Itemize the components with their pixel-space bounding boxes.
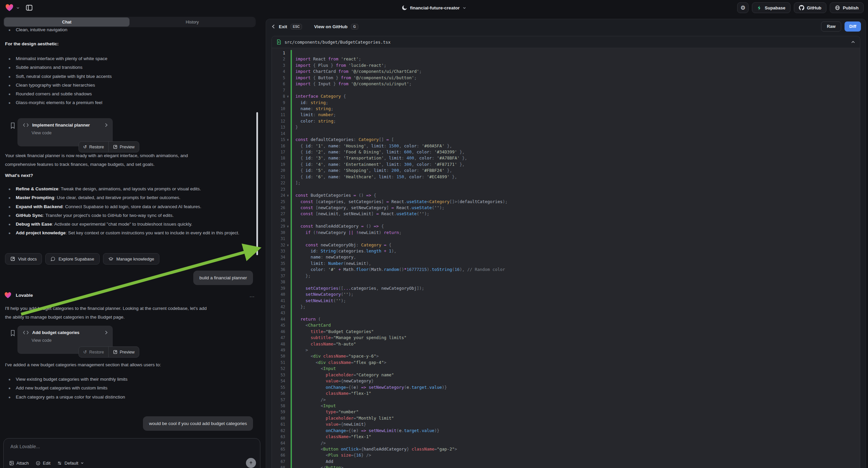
code-line: 35 limit: Number(newLimit), bbox=[272, 261, 860, 267]
edit-mode-button[interactable]: Edit bbox=[36, 461, 50, 466]
code-line: 37 }; bbox=[272, 273, 860, 279]
explore-supabase-button[interactable]: Explore Supabase bbox=[45, 253, 99, 265]
quick-actions: Visit docs Explore Supabase Manage knowl… bbox=[5, 253, 159, 265]
send-button[interactable] bbox=[246, 458, 256, 468]
code-line: 42 }; bbox=[272, 304, 860, 310]
code-line: 43 bbox=[272, 310, 860, 316]
chat-history-tabs: Chat History bbox=[3, 17, 256, 27]
exit-button[interactable]: Exit bbox=[279, 24, 287, 29]
gear-icon: ⚙ bbox=[741, 4, 746, 11]
visit-docs-button[interactable]: Visit docs bbox=[5, 253, 42, 265]
target-icon bbox=[36, 461, 40, 466]
code-line: 46 title="Budget Categories" bbox=[272, 329, 860, 335]
restore-button[interactable]: ↺ Restore bbox=[79, 144, 108, 149]
list-item: ●Refine & Customize: Tweak the design, a… bbox=[5, 185, 242, 194]
raw-toggle-button[interactable]: Raw bbox=[821, 22, 841, 32]
next-steps-list: ●Refine & Customize: Tweak the design, a… bbox=[5, 185, 242, 238]
code-line: 65 <Button onClick={handleAddCategory} c… bbox=[272, 446, 860, 452]
logo-chevron-down-icon[interactable] bbox=[16, 6, 20, 10]
external-link-icon bbox=[113, 145, 118, 149]
view-on-github-button[interactable]: View on GitHub bbox=[314, 24, 348, 29]
preview-button[interactable]: Preview bbox=[109, 145, 139, 149]
code-panel: Exit ESC View on GitHub G Raw Diff src/c… bbox=[266, 19, 866, 468]
diff-toggle-button[interactable]: Diff bbox=[844, 22, 861, 32]
manage-knowledge-button[interactable]: Manage knowledge bbox=[103, 253, 160, 265]
chat-scrollbar[interactable] bbox=[256, 112, 258, 255]
sidebar-toggle-icon[interactable] bbox=[25, 4, 33, 12]
chevron-right-icon bbox=[104, 330, 108, 335]
code-line: 23 bbox=[272, 186, 860, 193]
edit-card[interactable]: Add budget categories View code ↺ Restor… bbox=[18, 326, 113, 354]
code-line: 68 </Button> bbox=[272, 465, 860, 468]
file-card: src/components/budget/BudgetCategories.t… bbox=[272, 36, 860, 468]
bookmark-icon[interactable] bbox=[10, 330, 16, 337]
code-line: 26 const [newCategory, setNewCategory] =… bbox=[272, 205, 860, 211]
code-line: 1 bbox=[272, 50, 860, 56]
file-path-bar[interactable]: src/components/budget/BudgetCategories.t… bbox=[272, 36, 860, 48]
list-item: ●View existing budget categories with th… bbox=[5, 375, 244, 384]
tab-chat[interactable]: Chat bbox=[4, 18, 129, 27]
code-line: 11 limit: number; bbox=[272, 112, 860, 118]
lovable-heart-icon bbox=[4, 292, 11, 298]
list-item: ●Soft, neutral color palette with light … bbox=[5, 72, 244, 81]
attach-button[interactable]: Attach bbox=[9, 461, 29, 466]
chat-panel: Chat History ●Clean, intuitive navigatio… bbox=[0, 15, 265, 468]
edit-card[interactable]: Implement financial planner View code ↺ … bbox=[18, 118, 113, 146]
code-line: 38 bbox=[272, 279, 860, 285]
file-path: src/components/budget/BudgetCategories.t… bbox=[284, 39, 391, 45]
code-line: 58 <Input bbox=[272, 403, 860, 409]
model-selector[interactable]: Default bbox=[57, 461, 84, 466]
code-line: 49 > bbox=[272, 347, 860, 353]
reply-paragraph: I'll help you add budget categories to t… bbox=[5, 304, 207, 322]
github-button[interactable]: GitHub bbox=[794, 2, 827, 13]
list-item: ●Add new budget categories with custom l… bbox=[5, 384, 244, 392]
code-line: 63 className="flex-1" bbox=[272, 434, 860, 440]
list-item: ●Debug with Ease: Activate our experimen… bbox=[5, 220, 242, 229]
tab-history[interactable]: History bbox=[129, 18, 255, 27]
assistant-name: Lovable bbox=[16, 293, 33, 298]
code-line: 8∨interface Category { bbox=[272, 93, 860, 99]
code-line: 56 className="flex-1" bbox=[272, 390, 860, 397]
settings-button[interactable]: ⚙ bbox=[737, 2, 749, 13]
code-editor[interactable]: 12import React from 'react';3import { Pl… bbox=[272, 48, 860, 468]
restore-preview-pill: ↺ Restore Preview bbox=[79, 141, 139, 152]
whats-next-heading: What's next? bbox=[5, 173, 33, 178]
preview-button[interactable]: Preview bbox=[109, 350, 139, 354]
publish-button[interactable]: Publish bbox=[830, 2, 864, 13]
list-item: ●Subtle animations and transitions bbox=[5, 63, 244, 72]
arrow-up-icon bbox=[249, 461, 253, 465]
code-line: 15∨const defaultCategories: Category[] =… bbox=[272, 137, 860, 143]
collapse-chevron-up-icon[interactable] bbox=[851, 40, 855, 44]
code-line: 60 placeholder="Monthly limit" bbox=[272, 415, 860, 421]
list-item: ●Minimalist interface with plenty of whi… bbox=[5, 54, 244, 63]
list-item: ●Each category gets a unique color for v… bbox=[5, 393, 244, 402]
chat-input[interactable] bbox=[10, 444, 245, 454]
lovable-logo-icon[interactable] bbox=[5, 4, 13, 11]
added-bullet-list: ●View existing budget categories with th… bbox=[5, 375, 244, 402]
code-line: 55 onChange={(e) => setNewCategory(e.tar… bbox=[272, 384, 860, 390]
view-code-link[interactable]: View code bbox=[18, 127, 113, 135]
code-line: 57 /> bbox=[272, 397, 860, 403]
code-line: 2import React from 'react'; bbox=[272, 56, 860, 62]
code-line: 53 placeholder="Category name" bbox=[272, 372, 860, 378]
graduation-cap-icon bbox=[108, 257, 114, 262]
chevron-left-icon bbox=[272, 24, 276, 29]
view-code-link[interactable]: View code bbox=[18, 335, 113, 343]
project-chevron-down-icon bbox=[463, 6, 466, 10]
code-line: 54 value={newCategory} bbox=[272, 378, 860, 384]
code-line: 47 subtitle="Manage your spending limits… bbox=[272, 335, 860, 341]
restore-button[interactable]: ↺ Restore bbox=[79, 350, 108, 354]
bookmark-icon[interactable] bbox=[10, 122, 16, 129]
list-item: ●Clean typography with clear hierarchies bbox=[5, 81, 244, 90]
added-heading: I've added a new budget categories manag… bbox=[5, 360, 161, 369]
supabase-button[interactable]: Supabase bbox=[752, 2, 790, 13]
code-line: 14 bbox=[272, 130, 860, 137]
code-line: 31 bbox=[272, 236, 860, 242]
chat-bubble-icon bbox=[51, 257, 55, 261]
code-line: 3import { Plus } from 'lucide-react'; bbox=[272, 62, 860, 68]
project-name: financial-future-creator bbox=[410, 5, 460, 10]
code-brackets-icon bbox=[23, 330, 29, 335]
more-options-icon[interactable]: … bbox=[249, 292, 255, 298]
esc-key-badge: ESC bbox=[290, 24, 302, 30]
project-switcher[interactable]: financial-future-creator bbox=[402, 5, 466, 10]
